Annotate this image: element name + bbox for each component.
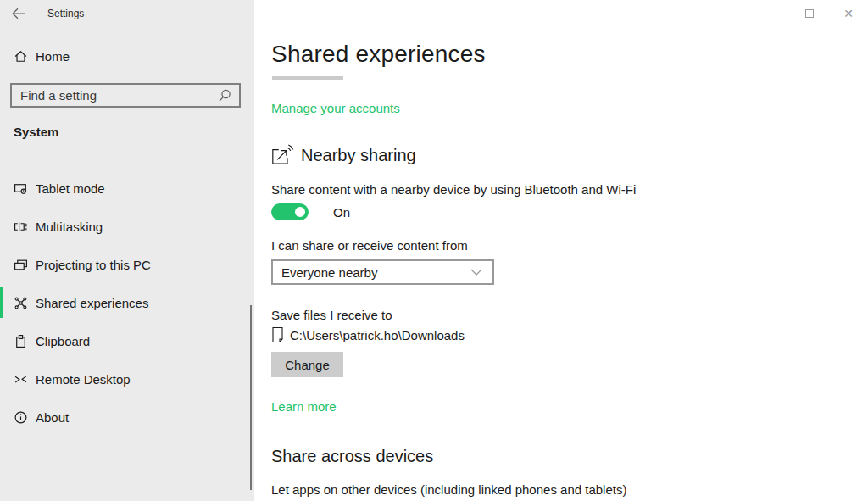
- maximize-icon: [805, 9, 814, 18]
- manage-accounts-link[interactable]: Manage your accounts: [271, 101, 400, 115]
- sidebar-item-label: Shared experiences: [36, 296, 148, 310]
- minimize-icon: [766, 14, 776, 14]
- app-title: Settings: [47, 8, 84, 19]
- sidebar-item-label: Clipboard: [36, 334, 90, 348]
- window-controls: ✕: [751, 0, 868, 27]
- projecting-icon: [14, 258, 28, 272]
- sidebar-nav: Tablet mode Multitasking Projecting to t…: [0, 173, 254, 440]
- sidebar-item-label: Projecting to this PC: [36, 258, 151, 272]
- clipboard-icon: [14, 334, 28, 348]
- sidebar-item-label: Tablet mode: [36, 181, 105, 196]
- nearby-sharing-description: Share content with a nearby device by us…: [271, 182, 636, 197]
- back-arrow-icon: [10, 6, 27, 21]
- page-title: Shared experiences: [271, 41, 486, 68]
- remote-desktop-icon: [14, 372, 28, 387]
- share-across-devices-heading: Share across devices: [271, 447, 433, 466]
- chevron-down-icon: [470, 269, 482, 276]
- nearby-sharing-toggle-row: On: [271, 203, 350, 220]
- sidebar-item-shared-experiences[interactable]: Shared experiences: [0, 287, 254, 318]
- sidebar-item-remote-desktop[interactable]: Remote Desktop: [0, 364, 254, 394]
- change-button[interactable]: Change: [271, 352, 343, 377]
- nearby-sharing-heading: Nearby sharing: [301, 146, 416, 165]
- home-label: Home: [36, 49, 70, 64]
- close-icon: ✕: [843, 8, 854, 19]
- toggle-knob: [295, 207, 305, 217]
- search-input[interactable]: [12, 88, 217, 103]
- share-across-devices-description: Let apps on other devices (including lin…: [271, 482, 626, 497]
- settings-sidebar: Settings Home System Tablet mode Multita…: [0, 0, 254, 501]
- save-path-row: C:\Users\patrick.ho\Downloads: [271, 326, 465, 343]
- save-files-label: Save files I receive to: [271, 308, 392, 322]
- share-scope-dropdown[interactable]: Everyone nearby: [271, 259, 494, 285]
- selected-indicator: [0, 287, 3, 318]
- sidebar-item-clipboard[interactable]: Clipboard: [0, 326, 254, 356]
- nearby-sharing-header: Nearby sharing: [269, 142, 416, 168]
- shared-experiences-icon: [14, 296, 28, 310]
- minimize-button[interactable]: [751, 0, 790, 27]
- title-underline: [272, 76, 343, 80]
- share-scope-value: Everyone nearby: [273, 265, 470, 280]
- close-button[interactable]: ✕: [829, 0, 868, 27]
- sidebar-item-label: Remote Desktop: [36, 372, 131, 387]
- maximize-button[interactable]: [790, 0, 829, 27]
- toggle-state-label: On: [333, 205, 350, 220]
- sidebar-item-about[interactable]: About: [0, 402, 254, 432]
- nearby-sharing-toggle[interactable]: [271, 203, 309, 220]
- sidebar-item-tablet-mode[interactable]: Tablet mode: [0, 173, 254, 203]
- sidebar-item-label: Multitasking: [36, 220, 103, 234]
- sidebar-item-label: About: [36, 410, 69, 425]
- shared-experiences-page: ✕ Shared experiences Manage your account…: [254, 0, 868, 501]
- nearby-sharing-icon: [269, 142, 294, 168]
- learn-more-link[interactable]: Learn more: [271, 399, 337, 414]
- search-icon: [217, 88, 232, 103]
- sidebar-item-multitasking[interactable]: Multitasking: [0, 211, 254, 242]
- document-icon: [271, 326, 284, 343]
- tablet-mode-icon: [14, 181, 28, 196]
- about-icon: [14, 410, 28, 425]
- sidebar-scrollbar[interactable]: [250, 305, 252, 490]
- sidebar-section-system: System: [14, 125, 58, 139]
- save-path-value: C:\Users\patrick.ho\Downloads: [290, 328, 465, 342]
- sidebar-item-projecting[interactable]: Projecting to this PC: [0, 249, 254, 280]
- sidebar-item-home[interactable]: Home: [14, 49, 70, 64]
- share-scope-label: I can share or receive content from: [271, 238, 468, 253]
- multitasking-icon: [14, 220, 28, 234]
- search-box: [10, 83, 241, 108]
- back-button[interactable]: [10, 6, 27, 21]
- home-icon: [14, 49, 28, 64]
